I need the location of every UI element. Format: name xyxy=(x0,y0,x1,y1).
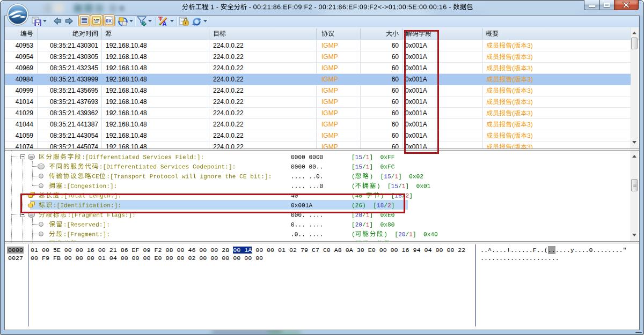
svg-text:0X: 0X xyxy=(106,18,112,24)
svg-text:A: A xyxy=(163,20,167,27)
